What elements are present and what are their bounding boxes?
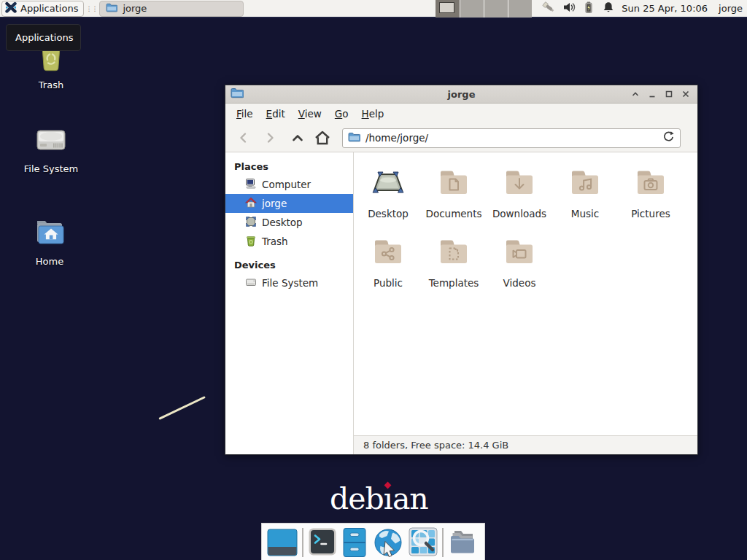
applications-icon — [5, 1, 17, 15]
sidebar: Places Computer — [225, 152, 354, 454]
workspace-window-preview — [439, 2, 454, 13]
file-item-templates[interactable]: Templates — [421, 234, 487, 303]
taskbar-folder-icon — [106, 3, 117, 15]
file-manager-icon[interactable] — [448, 527, 479, 558]
taskbar-window-button[interactable]: jorge — [99, 1, 244, 17]
tooltip-text: Applications — [15, 32, 73, 43]
web-browser-icon[interactable] — [372, 527, 404, 560]
places-header: Places — [225, 158, 353, 175]
workspace-2[interactable] — [460, 0, 484, 18]
file-item-documents[interactable]: Documents — [421, 165, 487, 234]
maximize-button[interactable] — [664, 89, 674, 99]
home-icon — [245, 197, 257, 211]
trash-small-icon — [245, 235, 257, 249]
terminal-icon[interactable] — [308, 527, 337, 556]
folder-videos-icon — [502, 234, 537, 272]
sidebar-item-computer[interactable]: Computer — [225, 175, 353, 194]
location-folder-icon — [348, 131, 360, 145]
app-finder-icon[interactable] — [409, 527, 438, 556]
applications-menu-button[interactable]: Applications — [1, 1, 84, 17]
system-tray — [541, 1, 615, 17]
location-bar[interactable]: /home/jorge/ — [342, 128, 681, 148]
folder-downloads-icon — [502, 165, 537, 203]
file-item-desktop[interactable]: Desktop — [355, 165, 421, 234]
file-manager-window: jorge File Edit View Go Help — [225, 85, 698, 455]
menu-file[interactable]: File — [230, 105, 260, 122]
folder-pictures-icon — [633, 165, 668, 203]
folder-public-icon — [371, 234, 406, 272]
panel-clock[interactable]: Sun 25 Apr, 10:06 — [622, 3, 708, 14]
window-title: jorge — [225, 89, 697, 100]
show-desktop-icon[interactable] — [267, 527, 298, 558]
folder-templates-icon — [436, 234, 471, 272]
folder-music-icon — [568, 165, 603, 203]
window-folder-icon[interactable] — [231, 88, 244, 101]
file-view: Desktop Docu — [354, 152, 697, 435]
workspace-3[interactable] — [484, 0, 508, 18]
panel-username[interactable]: jorge — [719, 3, 743, 14]
minimize-button[interactable] — [647, 89, 657, 99]
home-button[interactable] — [311, 128, 333, 148]
menu-edit[interactable]: Edit — [260, 105, 292, 122]
hard-drive-icon — [34, 122, 69, 160]
file-cabinet-icon[interactable] — [341, 527, 368, 558]
dock-separator — [442, 528, 444, 557]
desktop-icon-label: Home — [36, 256, 63, 267]
desktop-icon-label: File System — [24, 163, 78, 174]
workspace-1[interactable] — [436, 0, 460, 18]
desktop-icon — [245, 216, 257, 230]
sidebar-item-trash[interactable]: Trash — [225, 232, 353, 251]
debian-logo: debıan — [330, 481, 428, 516]
panel-handle: ⋮⋮ — [85, 5, 97, 12]
menu-view[interactable]: View — [292, 105, 328, 122]
desktop-icon-home[interactable]: Home — [15, 214, 85, 267]
close-button[interactable] — [681, 89, 691, 99]
file-item-public[interactable]: Public — [355, 234, 421, 303]
sidebar-item-desktop[interactable]: Desktop — [225, 213, 353, 232]
applications-tooltip: Applications — [6, 24, 81, 51]
shade-button[interactable] — [630, 89, 640, 99]
forward-button[interactable] — [259, 128, 281, 148]
folder-documents-icon — [436, 165, 471, 203]
desktop-trapezoid-icon — [371, 165, 406, 203]
file-item-pictures[interactable]: Pictures — [618, 165, 684, 234]
volume-icon[interactable] — [562, 1, 576, 17]
sidebar-item-jorge[interactable]: jorge — [225, 194, 353, 213]
computer-icon — [245, 178, 257, 192]
workspace-switcher — [436, 0, 532, 18]
location-path[interactable]: /home/jorge/ — [365, 132, 657, 144]
desktop-icon-file-system[interactable]: File System — [16, 122, 86, 174]
reload-icon[interactable] — [662, 131, 675, 146]
status-text: 8 folders, Free space: 14.4 GiB — [363, 440, 508, 451]
dock-separator — [302, 528, 303, 557]
toolbar: /home/jorge/ — [225, 124, 697, 152]
drive-icon — [245, 276, 257, 290]
battery-icon[interactable] — [582, 1, 595, 17]
back-button[interactable] — [233, 128, 255, 148]
status-bar: 8 folders, Free space: 14.4 GiB — [354, 435, 697, 454]
plug-icon[interactable] — [541, 1, 556, 17]
file-item-music[interactable]: Music — [552, 165, 618, 234]
applications-label: Applications — [20, 3, 78, 14]
menu-go[interactable]: Go — [328, 105, 355, 122]
top-panel: Applications ⋮⋮ jorge — [0, 0, 747, 18]
file-item-videos[interactable]: Videos — [487, 234, 552, 303]
sidebar-item-file-system[interactable]: File System — [225, 273, 353, 292]
home-folder-icon — [32, 214, 67, 252]
menu-bar: File Edit View Go Help — [225, 104, 697, 124]
desktop-screen: Trash File System — [0, 0, 747, 560]
menu-help[interactable]: Help — [355, 105, 391, 122]
wallpaper-accent-line — [158, 396, 205, 420]
taskbar-window-label: jorge — [123, 3, 147, 14]
bell-icon[interactable] — [602, 1, 615, 17]
desktop-icon-label: Trash — [39, 79, 63, 90]
devices-header: Devices — [225, 257, 353, 273]
file-item-downloads[interactable]: Downloads — [487, 165, 552, 234]
up-button[interactable] — [287, 128, 309, 148]
workspace-4[interactable] — [508, 0, 532, 18]
window-titlebar[interactable]: jorge — [225, 85, 697, 104]
dock — [261, 523, 485, 560]
